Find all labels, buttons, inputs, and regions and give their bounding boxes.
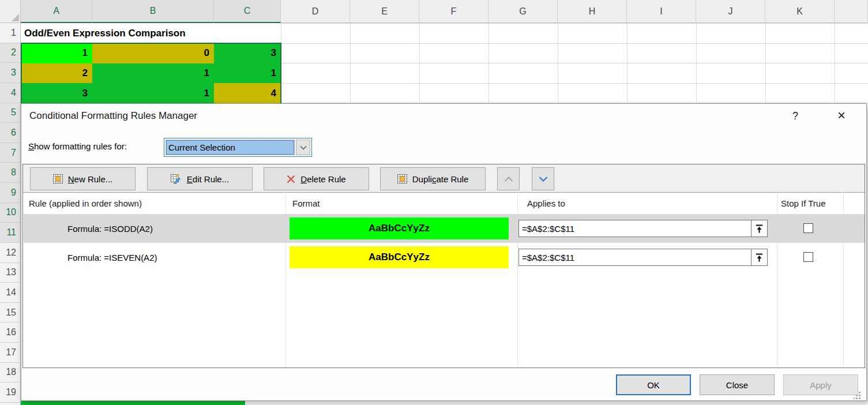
cell-b4[interactable]: 1	[92, 83, 214, 103]
column-header-c[interactable]: C	[214, 0, 281, 23]
format-preview-swatch: AaBbCcYyZz	[290, 246, 509, 268]
column-header-b[interactable]: B	[92, 0, 214, 23]
cell-c4[interactable]: 4	[214, 83, 281, 103]
row-header-column: 1 2 3 4 5 6 7 8 9 10 11 12 13 14 15 16 1…	[0, 23, 21, 405]
scope-dropdown-value: Current Selection	[166, 140, 295, 155]
row20-formatted-cells	[21, 401, 245, 405]
column-header-k[interactable]: K	[765, 0, 835, 23]
cell-b2[interactable]: 0	[92, 43, 214, 63]
resize-grip[interactable]	[854, 391, 861, 402]
row-header-20[interactable]: 20	[0, 403, 21, 405]
rules-panel: New Rule... Edit Rule... Delete Rule Dup…	[22, 164, 865, 368]
column-header-stop-if-true: Stop If True	[781, 198, 826, 208]
cell-a4[interactable]: 3	[21, 83, 92, 103]
column-header-d[interactable]: D	[281, 0, 350, 23]
column-header-j[interactable]: J	[696, 0, 765, 23]
chevron-up-icon	[504, 177, 513, 182]
row-header-7[interactable]: 7	[0, 143, 21, 163]
table-grid-icon	[53, 174, 63, 183]
row-header-15[interactable]: 15	[0, 303, 21, 323]
excel-window: A B C D E F G H I J K 1 2 3 4 5 6 7 8 9 …	[0, 0, 868, 405]
edit-table-pencil-icon	[171, 174, 182, 184]
column-header-a[interactable]: A	[21, 0, 92, 23]
column-header-rest	[835, 0, 868, 23]
rule-formula-text: Formula: =ISEVEN(A2)	[67, 243, 157, 272]
delete-rule-label: Delete Rule	[300, 174, 345, 184]
close-button[interactable]: Close	[700, 374, 775, 395]
scope-dropdown[interactable]: Current Selection	[164, 138, 312, 157]
cell-c3[interactable]: 1	[214, 63, 281, 84]
stop-if-true-checkbox[interactable]	[803, 252, 813, 262]
close-icon[interactable]: ×	[832, 107, 851, 124]
chevron-down-icon[interactable]	[296, 140, 310, 155]
select-all-corner[interactable]	[0, 0, 21, 23]
up-arrow-to-bar-icon	[755, 253, 764, 262]
column-header-format: Format	[292, 198, 320, 208]
conditional-formatting-rules-manager-dialog: Conditional Formatting Rules Manager ? ×…	[21, 103, 867, 401]
row-header-18[interactable]: 18	[0, 363, 21, 383]
collapse-dialog-button[interactable]	[751, 249, 768, 266]
table-grid-icon	[397, 174, 407, 183]
row-header-2[interactable]: 2	[0, 43, 21, 63]
duplicate-rule-button[interactable]: Duplicate Rule	[380, 167, 486, 190]
collapse-dialog-button[interactable]	[751, 220, 768, 237]
column-header-applies-to: Applies to	[527, 198, 565, 208]
rule-row-iseven[interactable]: Formula: =ISEVEN(A2) AaBbCcYyZz =$A$2:$C…	[24, 243, 865, 272]
edit-rule-label: Edit Rule...	[187, 174, 229, 184]
cell-a2-active[interactable]: 1	[21, 43, 92, 63]
row-header-11[interactable]: 11	[0, 223, 21, 243]
row-header-10[interactable]: 10	[0, 203, 21, 223]
rule-formula-text: Formula: =ISODD(A2)	[67, 214, 153, 243]
edit-rule-button[interactable]: Edit Rule...	[147, 167, 253, 190]
row-header-5[interactable]: 5	[0, 103, 21, 123]
show-formatting-rules-label: Show formatting rules for:	[28, 141, 127, 151]
cell-a1-title[interactable]: Odd/Even Expression Comparison	[21, 23, 281, 43]
cell-c2[interactable]: 3	[214, 43, 281, 63]
row-header-13[interactable]: 13	[0, 263, 21, 283]
row-header-17[interactable]: 17	[0, 343, 21, 363]
duplicate-rule-label: Duplicate Rule	[412, 174, 469, 184]
column-header-e[interactable]: E	[350, 0, 419, 23]
move-rule-down-button[interactable]	[532, 167, 554, 190]
new-rule-button[interactable]: New Rule...	[30, 167, 136, 190]
format-preview-swatch: AaBbCcYyZz	[290, 217, 509, 239]
help-icon[interactable]: ?	[787, 108, 803, 123]
delete-rule-button[interactable]: Delete Rule	[264, 167, 369, 190]
red-x-icon	[287, 175, 295, 183]
ok-button[interactable]: OK	[616, 374, 691, 395]
row-header-8[interactable]: 8	[0, 163, 21, 183]
column-header-g[interactable]: G	[489, 0, 558, 23]
apply-button-disabled[interactable]: Apply	[783, 374, 858, 395]
row-header-9[interactable]: 9	[0, 183, 21, 203]
row-header-4[interactable]: 4	[0, 83, 21, 103]
up-arrow-to-bar-icon	[755, 224, 764, 234]
move-rule-up-button[interactable]	[497, 167, 520, 190]
cell-a3[interactable]: 2	[21, 63, 92, 84]
row-header-1[interactable]: 1	[0, 23, 21, 43]
column-header-h[interactable]: H	[558, 0, 627, 23]
row-header-3[interactable]: 3	[0, 63, 21, 83]
gridlines	[281, 23, 868, 103]
column-header-i[interactable]: I	[627, 0, 696, 23]
row-header-19[interactable]: 19	[0, 382, 21, 403]
column-header-f[interactable]: F	[419, 0, 489, 23]
column-header-row: A B C D E F G H I J K	[0, 0, 868, 23]
dialog-title: Conditional Formatting Rules Manager	[29, 110, 197, 122]
row-header-14[interactable]: 14	[0, 283, 21, 303]
chevron-down-icon	[539, 177, 548, 182]
column-header-rule: Rule (applied in order shown)	[29, 198, 142, 208]
cell-b3[interactable]: 1	[92, 63, 214, 84]
stop-if-true-checkbox[interactable]	[803, 223, 813, 233]
row-header-12[interactable]: 12	[0, 243, 21, 263]
row-header-6[interactable]: 6	[0, 123, 21, 143]
rule-row-isodd[interactable]: Formula: =ISODD(A2) AaBbCcYyZz =$A$2:$C$…	[24, 214, 865, 243]
row-header-16[interactable]: 16	[0, 322, 21, 343]
applies-to-input[interactable]: =$A$2:$C$11	[518, 249, 751, 266]
applies-to-input[interactable]: =$A$2:$C$11	[518, 220, 751, 237]
sheet-grid: Odd/Even Expression Comparison 1 0 3 2 1…	[21, 23, 868, 103]
select-all-triangle	[12, 14, 19, 21]
new-rule-label: New Rule...	[68, 174, 113, 184]
